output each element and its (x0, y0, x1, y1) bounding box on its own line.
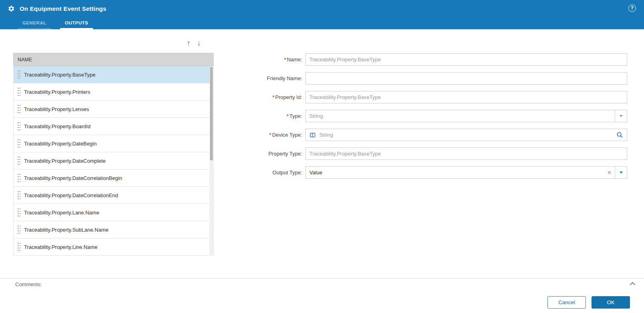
list-item[interactable]: Traceability.Property.SubLane.Name (14, 221, 213, 238)
field-label: Friendly Name: (256, 75, 305, 81)
list-item-label: Traceability.Property.Lane.Name (24, 210, 99, 216)
list-item[interactable]: Traceability.Property.Line.Name (14, 238, 213, 256)
list-item[interactable]: Traceability.Property.Lenses (14, 101, 213, 118)
list-item-label: Traceability.Property.Lenses (24, 106, 89, 112)
tab-outputs[interactable]: OUTPUTS (60, 18, 93, 29)
list-item[interactable]: Traceability.Property.Printers (14, 83, 213, 101)
type-select[interactable]: String (305, 110, 627, 122)
field-label: *Type: (256, 113, 305, 119)
list-item-label: Traceability.Property.BoardId (24, 123, 91, 129)
list-item-label: Traceability.Property.BaseType (24, 72, 95, 78)
output-type-select[interactable]: Value × (305, 166, 627, 179)
field-type: *Type: String (256, 110, 630, 122)
dialog-on-equipment-event-settings: On Equipment Event Settings ? GENERAL OU… (0, 0, 644, 313)
list-item[interactable]: Traceability.Property.DateComplete (14, 152, 213, 170)
list-item-label: Traceability.Property.DateBegin (24, 141, 97, 147)
column-header-name: NAME (18, 57, 32, 63)
drag-handle-icon[interactable] (17, 225, 20, 234)
field-property-id: *Property Id: (256, 91, 630, 103)
chevron-down-icon (620, 172, 623, 174)
property-type-input[interactable] (305, 147, 627, 160)
output-type-value: Value (309, 170, 604, 176)
move-up-icon[interactable]: ↑ (187, 38, 191, 48)
list-item[interactable]: Traceability.Property.DateCorrelationBeg… (14, 170, 213, 187)
reorder-controls: ↑ ↓ (187, 38, 201, 48)
required-marker: * (284, 57, 286, 63)
list-item[interactable]: Traceability.Property.DateCorrelationEnd (14, 187, 213, 204)
list-item[interactable]: Traceability.Property.BoardId (14, 118, 213, 135)
list-item[interactable]: Traceability.Property.BaseType (14, 66, 213, 83)
property-id-input[interactable] (305, 91, 627, 103)
device-type-picker[interactable]: String (305, 129, 627, 141)
drag-handle-icon[interactable] (17, 139, 20, 148)
list-item-label: Traceability.Property.Line.Name (24, 244, 97, 250)
page-title: On Equipment Event Settings (20, 5, 106, 12)
clear-icon[interactable]: × (608, 170, 611, 176)
field-output-type: Output Type: Value × (256, 166, 630, 179)
field-property-type: Property Type: (256, 147, 630, 160)
drag-handle-icon[interactable] (17, 156, 20, 166)
required-marker: * (273, 94, 275, 100)
list-item-label: Traceability.Property.DateComplete (24, 158, 106, 164)
scrollbar-thumb[interactable] (210, 67, 213, 160)
type-value: String (309, 113, 615, 119)
output-type-dropdown-button[interactable] (615, 167, 627, 178)
list-item-label: Traceability.Property.DateCorrelationEnd (24, 192, 118, 198)
name-input[interactable] (305, 53, 627, 66)
device-type-value: String (319, 132, 616, 138)
list-body: Traceability.Property.BaseType Traceabil… (13, 66, 214, 256)
list-item-label: Traceability.Property.DateCorrelationBeg… (24, 175, 122, 181)
list-item-label: Traceability.Property.Printers (24, 89, 90, 95)
field-device-type: *Device Type: String (256, 129, 630, 141)
drag-handle-icon[interactable] (17, 173, 20, 183)
collapse-comments-icon[interactable] (630, 282, 636, 286)
move-down-icon[interactable]: ↓ (197, 38, 201, 48)
list-item[interactable]: Traceability.Property.Lane.Name (14, 204, 213, 221)
dialog-header: On Equipment Event Settings ? GENERAL OU… (0, 0, 644, 29)
list-item[interactable]: Traceability.Property.DateBegin (14, 135, 213, 152)
drag-handle-icon[interactable] (17, 208, 20, 217)
ok-button[interactable]: OK (592, 296, 630, 309)
outputs-list: NAME Traceability.Property.BaseType Trac… (13, 53, 214, 256)
list-scrollbar[interactable] (210, 66, 213, 256)
device-type-icon (309, 132, 316, 138)
comments-label: Comments: (15, 281, 42, 287)
field-friendly-name: Friendly Name: (256, 72, 630, 85)
comments-divider (0, 278, 644, 279)
field-label: Property Type: (256, 151, 305, 157)
type-dropdown-button[interactable] (615, 110, 627, 122)
drag-handle-icon[interactable] (17, 87, 20, 97)
friendly-name-input[interactable] (305, 72, 627, 85)
chevron-down-icon (620, 115, 623, 117)
field-label: *Name: (256, 57, 305, 63)
required-marker: * (287, 113, 289, 119)
drag-handle-icon[interactable] (17, 242, 20, 252)
field-name: *Name: (256, 53, 630, 66)
search-icon[interactable] (616, 131, 623, 138)
drag-handle-icon[interactable] (17, 190, 20, 200)
settings-icon (7, 5, 14, 12)
help-icon[interactable]: ? (628, 4, 636, 12)
drag-handle-icon[interactable] (17, 104, 20, 114)
tab-general[interactable]: GENERAL (18, 18, 51, 29)
tab-bar: GENERAL OUTPUTS (18, 18, 93, 29)
required-marker: * (269, 132, 271, 138)
cancel-button[interactable]: Cancel (547, 296, 586, 309)
drag-handle-icon[interactable] (17, 70, 20, 79)
field-label: *Device Type: (256, 132, 305, 138)
drag-handle-icon[interactable] (17, 121, 20, 131)
list-column-header: NAME (13, 53, 214, 66)
field-label: Output Type: (256, 170, 305, 176)
field-label: *Property Id: (256, 94, 305, 100)
list-item-label: Traceability.Property.SubLane.Name (24, 227, 109, 233)
